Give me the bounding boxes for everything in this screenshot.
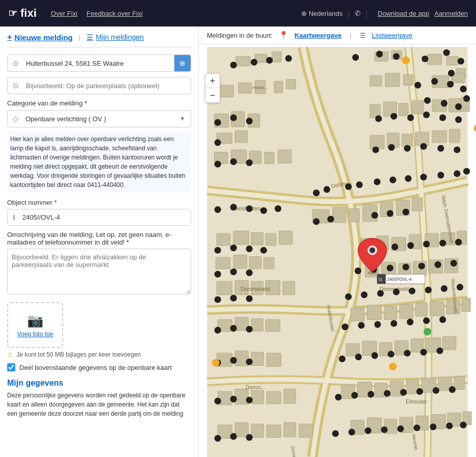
svg-rect-43 — [333, 207, 346, 223]
svg-rect-13 — [286, 79, 296, 89]
aanmelden-link[interactable]: Aanmelden — [434, 10, 468, 17]
svg-rect-15 — [385, 73, 400, 87]
svg-point-199 — [246, 246, 253, 252]
share-checkbox[interactable] — [7, 363, 15, 371]
svg-point-231 — [246, 326, 253, 333]
svg-point-163 — [407, 114, 414, 121]
svg-rect-65 — [217, 281, 232, 294]
logo[interactable]: ☞ fixi — [8, 7, 37, 20]
nav-links: Over Fixi Feedback over Fixi — [51, 10, 143, 17]
plus-icon: + — [7, 33, 12, 42]
zoom-in-button[interactable]: + — [205, 74, 220, 88]
svg-point-215 — [418, 263, 425, 270]
svg-point-184 — [437, 172, 444, 178]
location-pin-icon: ⊙ — [8, 55, 24, 71]
sublocation-input[interactable] — [24, 78, 191, 94]
svg-rect-111 — [454, 376, 465, 389]
kaartweergave-link[interactable]: Kaartweergave — [295, 32, 342, 39]
svg-point-271 — [460, 421, 466, 428]
map-container[interactable]: Dalsbu... Deelshouten Dommelveld Dommelv… — [199, 47, 476, 457]
svg-point-173 — [420, 143, 427, 150]
omschrijving-textarea[interactable] — [7, 249, 191, 294]
svg-point-181 — [389, 177, 396, 183]
svg-point-192 — [313, 218, 320, 225]
mijn-gegevens-title: Mijn gegevens — [7, 379, 191, 388]
object-nummer-section: Object nummer * ℹ — [7, 199, 191, 226]
svg-point-226 — [425, 287, 432, 293]
svg-point-228 — [457, 284, 463, 290]
svg-point-257 — [416, 388, 423, 395]
svg-text:Domm...: Domm... — [246, 385, 266, 390]
mijn-meldingen-link[interactable]: ☰ Mijn meldingen — [87, 33, 144, 41]
svg-point-237 — [423, 317, 430, 324]
svg-rect-117 — [299, 424, 312, 437]
nieuwe-melding-button[interactable]: + Nieuwe melding — [7, 33, 73, 42]
svg-point-220 — [246, 295, 253, 302]
svg-point-164 — [423, 112, 430, 118]
svg-text:⊡: ⊡ — [379, 277, 382, 282]
address-input[interactable] — [24, 56, 174, 71]
svg-point-224 — [393, 288, 400, 295]
svg-point-256 — [400, 389, 407, 396]
svg-point-170 — [373, 146, 379, 153]
svg-rect-84 — [415, 303, 427, 316]
svg-rect-102 — [267, 391, 281, 404]
gps-target-icon[interactable]: ⊕ — [174, 55, 191, 71]
svg-point-151 — [447, 81, 454, 88]
share-checkbox-label: Deel bovenstaande gegevens op de openbar… — [19, 364, 172, 371]
svg-point-154 — [441, 100, 447, 106]
svg-rect-115 — [267, 425, 281, 437]
nav-divider: | — [348, 10, 349, 17]
svg-point-249 — [215, 398, 221, 405]
svg-point-252 — [335, 394, 341, 400]
over-fixi-link[interactable]: Over Fixi — [51, 10, 77, 17]
svg-point-204 — [407, 242, 414, 249]
svg-point-171 — [388, 144, 395, 151]
svg-point-179 — [356, 181, 363, 188]
svg-point-156 — [463, 95, 470, 102]
language-button[interactable]: ⊕ Nederlands — [301, 10, 343, 17]
object-nummer-input[interactable] — [20, 209, 191, 225]
zoom-out-button[interactable]: − — [205, 88, 220, 102]
svg-point-213 — [387, 264, 393, 271]
svg-point-261 — [230, 433, 237, 440]
feedback-link[interactable]: Feedback over Fixi — [87, 10, 143, 17]
svg-point-250 — [230, 396, 237, 402]
list-icon: ☰ — [87, 33, 93, 41]
svg-point-269 — [430, 423, 436, 430]
svg-point-208 — [215, 271, 221, 278]
mijn-gegevens-section: Mijn gegevens Deze persoonlijke gegevens… — [7, 379, 191, 418]
svg-point-140 — [266, 57, 273, 64]
nav-separator: | — [79, 34, 81, 41]
svg-rect-52 — [266, 233, 276, 245]
share-checkbox-row: Deel bovenstaande gegevens op de openbar… — [7, 363, 191, 371]
svg-point-207 — [455, 239, 462, 246]
photo-upload-button[interactable]: 📷 Voeg foto toe — [7, 302, 63, 348]
left-panel: + Nieuwe melding | ☰ Mijn meldingen ⊙ ⊕ … — [0, 26, 199, 457]
nav-divider-2: | — [366, 10, 367, 17]
svg-rect-41 — [449, 129, 460, 143]
svg-point-233 — [358, 322, 364, 329]
svg-rect-57 — [263, 257, 274, 269]
svg-point-178 — [345, 183, 352, 190]
svg-rect-56 — [249, 256, 261, 268]
category-select[interactable]: Openbare verlichting ( OV ) — [23, 111, 174, 127]
svg-point-227 — [441, 285, 447, 292]
svg-point-189 — [246, 205, 253, 212]
svg-point-219 — [230, 295, 237, 302]
svg-rect-103 — [284, 389, 296, 404]
svg-rect-79 — [266, 319, 280, 331]
svg-point-272 — [402, 57, 410, 64]
download-app-link[interactable]: Download de app — [378, 10, 429, 17]
svg-point-211 — [355, 267, 361, 274]
svg-rect-91 — [267, 353, 281, 366]
object-nummer-label: Object nummer * — [7, 199, 191, 206]
svg-point-214 — [403, 264, 409, 271]
svg-point-161 — [375, 115, 382, 122]
svg-point-195 — [387, 210, 393, 217]
svg-point-217 — [451, 260, 457, 266]
svg-point-234 — [374, 321, 381, 328]
lijstweergave-link[interactable]: Lijstweergave — [372, 32, 413, 39]
svg-text:Elmouter: Elmouter — [406, 399, 427, 405]
svg-point-229 — [215, 327, 221, 334]
